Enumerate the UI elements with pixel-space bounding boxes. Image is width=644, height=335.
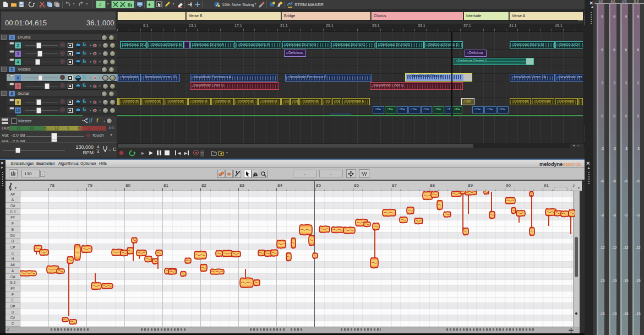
svg-text:-12: -12 (635, 246, 641, 250)
svg-text:-6: -6 (601, 179, 604, 183)
svg-text:-15: -15 (635, 279, 641, 283)
svg-text:-12: -12 (623, 246, 629, 250)
svg-text:-6: -6 (624, 179, 627, 183)
svg-text:-15: -15 (623, 279, 629, 283)
svg-text:6: 6 (613, 48, 615, 52)
svg-text:-18: -18 (612, 312, 617, 316)
svg-text:-12: -12 (599, 246, 605, 250)
svg-text:9: 9 (613, 15, 615, 19)
svg-text:6: 6 (601, 48, 603, 52)
svg-text:-3: -3 (601, 147, 604, 150)
svg-text:-15: -15 (612, 279, 617, 283)
svg-text:0.0: 0.0 (634, 0, 638, 3)
svg-text:3: 3 (613, 81, 615, 85)
svg-text:-Inf.: -Inf. (597, 0, 603, 3)
svg-text:0: 0 (625, 114, 627, 118)
svg-text:9: 9 (625, 15, 627, 19)
svg-text:0: 0 (601, 114, 603, 118)
svg-text:-15: -15 (599, 279, 605, 283)
svg-text:9: 9 (637, 15, 639, 19)
svg-text:3: 3 (601, 81, 603, 85)
svg-text:-18: -18 (635, 312, 641, 316)
svg-text:-9: -9 (601, 213, 604, 217)
svg-text:6: 6 (625, 48, 627, 52)
svg-text:-18: -18 (623, 312, 629, 316)
svg-text:-9: -9 (624, 213, 627, 217)
svg-text:-Inf.: -Inf. (621, 0, 627, 3)
svg-text:9: 9 (601, 15, 603, 19)
svg-text:3: 3 (637, 81, 639, 85)
svg-text:-6: -6 (613, 179, 616, 183)
svg-text:-3: -3 (624, 147, 627, 150)
svg-text:-6: -6 (636, 179, 640, 183)
svg-text:-18: -18 (599, 312, 605, 316)
svg-text:3: 3 (625, 81, 627, 85)
svg-text:-9: -9 (613, 213, 616, 217)
svg-text:6: 6 (637, 48, 639, 52)
svg-text:-3: -3 (613, 147, 616, 150)
svg-text:-9: -9 (636, 213, 640, 217)
svg-text:0: 0 (613, 114, 615, 118)
svg-text:-12: -12 (612, 246, 617, 250)
svg-text:0: 0 (637, 114, 639, 118)
svg-text:-Inf.: -Inf. (609, 0, 615, 3)
svg-text:-3: -3 (636, 147, 640, 150)
